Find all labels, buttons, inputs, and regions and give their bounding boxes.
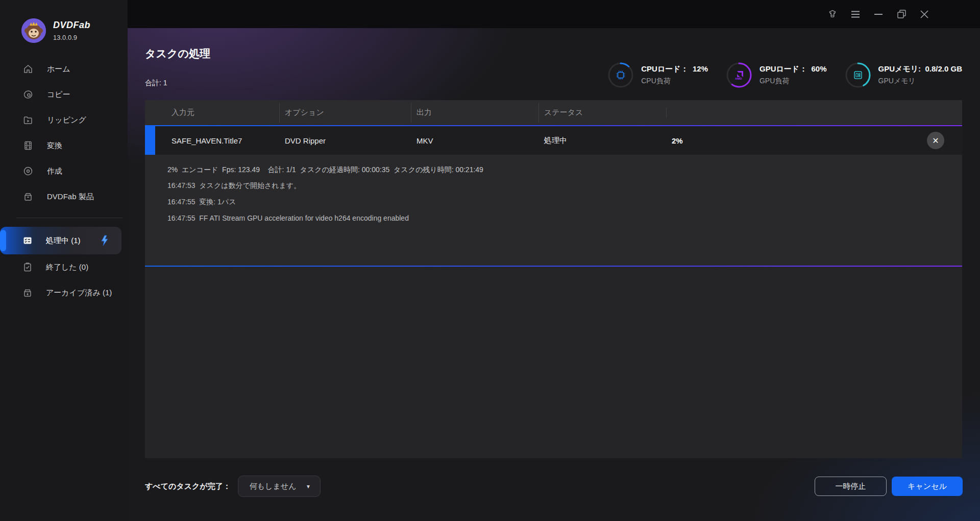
cpu-stat: CPUロード： 12% CPU負荷 [607,61,708,89]
sidebar-item-label: コピー [47,90,70,100]
titlebar [128,0,980,28]
sidebar-item-processing[interactable]: 処理中 (1) [0,227,121,254]
app-brand: DVDFab [53,20,90,31]
column-header-output: 出力 [411,108,538,117]
table-header: 入力元 オプション 出力 ステータス [145,100,962,125]
encode-status-line: 2% エンコード Fps: 123.49 合計: 1/1 タスクの経過時間: 0… [167,162,962,177]
sidebar-item-label: 終了した (0) [46,263,88,272]
dvdfab-monkey-logo-icon [21,18,46,43]
pause-button[interactable]: 一時停止 [815,477,887,496]
sidebar-item-label: アーカイブ済み (1) [46,288,112,298]
gpu-memory-stat: GPUメモリ: 0.8/2.0 GB GPUメモリ [844,61,962,89]
task-list-icon [22,235,33,246]
amd-gpu-icon: AMD [725,61,753,89]
sidebar-item-label: リッピング [47,115,86,125]
ripper-folder-icon [22,114,34,126]
chevron-down-icon: ▼ [306,484,311,489]
sidebar-item-converter[interactable]: 変換 [0,133,128,158]
sidebar-item-label: DVDFab 製品 [47,192,94,202]
task-log: 2% エンコード Fps: 123.49 合計: 1/1 タスクの経過時間: 0… [145,155,962,266]
sidebar-item-home[interactable]: ホーム [0,56,128,82]
task-panel: 入力元 オプション 出力 ステータス SAFE_HAVEN.Title7 DVD… [145,100,962,458]
log-line: 16:47:55 FF ATI Stream GPU acceleration … [167,210,962,226]
home-icon [22,63,34,75]
total-count-label: 合計: 1 [145,79,167,88]
sidebar-item-finished[interactable]: 終了した (0) [0,254,128,280]
sidebar-item-products[interactable]: DVDFab 製品 [0,184,128,209]
main-area: タスクの処理 合計: 1 CPUロード： 12% [128,28,980,521]
finished-clipboard-icon [22,262,33,272]
log-line: 16:47:55 変換: 1パス [167,194,962,210]
sidebar-item-copy[interactable]: コピー [0,82,128,107]
archive-box-icon [22,288,33,298]
sidebar-item-label: 処理中 (1) [46,236,81,246]
dropdown-selected-value: 何もしません [250,482,297,491]
close-icon[interactable] [920,10,929,19]
gpu-memory-value: GPUメモリ: 0.8/2.0 GB [878,64,962,74]
minimize-icon[interactable] [874,10,883,19]
gpu-memory-sub: GPUメモリ [878,77,962,86]
copy-disc-icon [22,89,34,100]
system-stats: CPUロード： 12% CPU負荷 AMD [607,61,962,89]
column-header-source: 入力元 [145,108,279,117]
sidebar-item-ripper[interactable]: リッピング [0,107,128,133]
sidebar-task-nav: 処理中 (1) 終了した (0) [0,227,128,305]
restore-icon[interactable] [897,10,906,19]
task-progress: 2% [666,136,962,145]
app-version: 13.0.0.9 [53,34,90,41]
task-list-empty-area [145,267,962,458]
cancel-button[interactable]: キャンセル [892,477,963,496]
page-title: タスクの処理 [145,46,210,61]
memory-chip-icon [844,61,872,89]
sidebar-item-creator[interactable]: 作成 [0,158,128,184]
products-box-icon [22,191,34,202]
sidebar-divider [16,218,122,218]
cpu-chip-icon [607,61,634,89]
svg-text:AMD: AMD [735,77,742,80]
on-complete-label: すべてのタスクが完了： [145,482,231,491]
sidebar-item-label: 作成 [47,167,62,176]
sidebar-item-archived[interactable]: アーカイブ済み (1) [0,280,128,305]
gpu-stat: AMD GPUロード： 60% GPU負荷 [725,61,827,89]
cpu-load-value: CPUロード： 12% [641,64,708,74]
cpu-load-sub: CPU負荷 [641,77,708,86]
converter-film-icon [22,140,34,151]
column-header-status: ステータス [538,108,666,117]
creator-disc-icon [22,165,34,177]
footer-bar: すべてのタスクが完了： 何もしません ▼ 一時停止 キャンセル [145,476,963,497]
logo-row: DVDFab 13.0.0.9 [0,0,128,43]
task-status: 処理中 [538,136,666,146]
column-header-option: オプション [279,108,411,117]
dvdfab-window: DVDFab 13.0.0.9 ホーム コピー [0,0,980,521]
task-close-button[interactable]: ✕ [927,132,944,149]
lightning-icon [100,235,110,246]
sidebar: DVDFab 13.0.0.9 ホーム コピー [0,0,128,521]
active-row-indicator [145,126,155,155]
task-row[interactable]: SAFE_HAVEN.Title7 DVD Ripper MKV 処理中 2% … [145,126,962,155]
theme-skin-icon[interactable] [828,10,837,19]
selected-indicator-bar [0,230,6,251]
gpu-load-sub: GPU負荷 [760,77,827,86]
log-line: 16:47:53 タスクは数分で開始されます。 [167,177,962,194]
task-option: DVD Ripper [279,136,411,145]
sidebar-nav: ホーム コピー リッピング [0,56,128,209]
task-output: MKV [411,136,538,145]
gpu-load-value: GPUロード： 60% [760,64,827,74]
task-source: SAFE_HAVEN.Title7 [145,136,279,145]
menu-icon[interactable] [851,10,860,19]
sidebar-item-label: ホーム [47,64,70,74]
sidebar-item-label: 変換 [47,141,62,151]
on-complete-dropdown[interactable]: 何もしません ▼ [238,476,321,497]
